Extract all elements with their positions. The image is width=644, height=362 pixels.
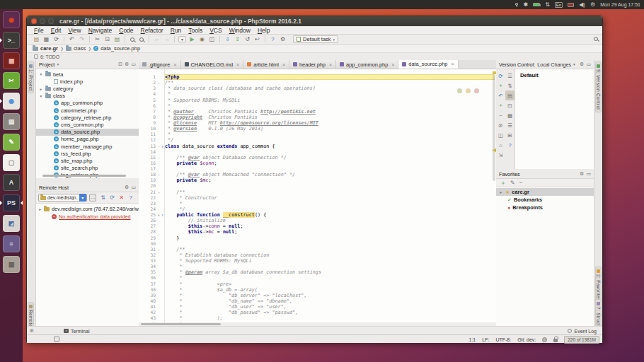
close-icon[interactable]: × bbox=[391, 62, 394, 67]
background-tasks-icon[interactable] bbox=[54, 337, 59, 341]
menu-window[interactable]: Window bbox=[226, 27, 253, 34]
add-icon[interactable]: ＋ bbox=[500, 179, 506, 187]
network-traffic-icon[interactable]: ⇅ bbox=[545, 1, 550, 8]
window-titlebar[interactable]: care.gr - [/data/projects/www/care.gr] -… bbox=[27, 16, 602, 26]
chevron-down-icon[interactable]: ▾ bbox=[39, 72, 43, 76]
code-line[interactable]: * bbox=[165, 275, 495, 281]
browser-launcher[interactable]: ◉ bbox=[3, 93, 20, 110]
browse-button[interactable]: ⋯ bbox=[89, 194, 96, 202]
undo-icon[interactable]: ↶ bbox=[68, 36, 76, 42]
menu-view[interactable]: View bbox=[65, 27, 84, 34]
code-line[interactable]: * bbox=[165, 201, 495, 206]
code-line[interactable]: * @version 0.1.0 (26 May 2013) bbox=[165, 126, 495, 132]
fold-marker[interactable]: − bbox=[158, 155, 160, 160]
editor-tab[interactable]: article.html× bbox=[243, 60, 289, 69]
vcs-commit-icon[interactable]: ⇧ bbox=[234, 36, 241, 42]
app-indicator-icon[interactable]: ✱ bbox=[523, 1, 528, 8]
window-close-button[interactable] bbox=[31, 18, 37, 24]
changelist-default[interactable]: Default bbox=[515, 69, 594, 78]
forward-icon[interactable]: → bbox=[163, 36, 171, 42]
favorites-item[interactable]: ●Breakpoints bbox=[496, 204, 594, 211]
ignore-icon[interactable]: ⊘ bbox=[496, 120, 505, 130]
menu-code[interactable]: Code bbox=[116, 27, 136, 34]
menu-refactor[interactable]: Refactor bbox=[138, 27, 166, 34]
chevron-down-icon[interactable]: ▾ bbox=[57, 62, 59, 66]
code-line[interactable]: * @license MIT http://opensource.org/lic… bbox=[165, 120, 495, 126]
gutter-method-icon[interactable]: ↓ bbox=[158, 212, 160, 218]
synchronize-icon[interactable]: ⟳ bbox=[52, 36, 60, 42]
project-tree-item[interactable]: ▾beta bbox=[36, 71, 139, 78]
help-icon[interactable]: ? bbox=[127, 194, 134, 201]
editor-vscrollbar[interactable] bbox=[493, 75, 495, 181]
breadcrumb-item[interactable]: care.gr bbox=[33, 45, 58, 52]
text-editor-launcher[interactable]: ✎ bbox=[3, 134, 20, 151]
revert-icon[interactable]: ↶ bbox=[496, 90, 505, 100]
code-line[interactable]: * @copyright Christos Pontikis bbox=[165, 115, 495, 120]
software-launcher[interactable]: ▥ bbox=[3, 256, 20, 273]
favorites-item[interactable]: ▸★care.gr bbox=[496, 188, 594, 196]
screenshare-icon[interactable] bbox=[568, 3, 574, 7]
copy-icon[interactable]: ⊡ bbox=[505, 100, 514, 110]
caret-position[interactable]: 1:1 bbox=[469, 337, 476, 342]
expand-icon[interactable]: ⇅ bbox=[505, 81, 514, 90]
coverage-icon[interactable]: ◫ bbox=[208, 36, 216, 42]
editor-tab[interactable]: CHANGELOG.md× bbox=[181, 60, 244, 69]
preview-diff-icon[interactable]: ▤ bbox=[505, 90, 514, 100]
close-icon[interactable]: ✕ bbox=[118, 194, 125, 201]
save-all-icon[interactable]: ▦ bbox=[42, 36, 50, 42]
code-line[interactable]: * bbox=[165, 264, 495, 269]
code-line[interactable]: */ bbox=[165, 137, 495, 143]
editor-tab[interactable]: app_common.php× bbox=[336, 60, 398, 69]
project-tree-item[interactable]: csite_map.php bbox=[36, 157, 139, 164]
project-tree-item[interactable]: ccms_common.php bbox=[36, 121, 139, 128]
updown-icon[interactable]: ⇅ bbox=[100, 194, 107, 201]
remote-server-combo[interactable]: dev.medisign. ▾ bbox=[38, 194, 87, 202]
window-minimize-button[interactable] bbox=[40, 18, 45, 24]
code-line[interactable]: * Supported RDBMS: MySQLi bbox=[165, 258, 495, 264]
code-line[interactable]: } bbox=[165, 235, 495, 241]
editor[interactable]: 12−345678910111213−↑1415−161718−192021−2… bbox=[139, 69, 496, 322]
details-icon[interactable]: ☰ bbox=[505, 120, 514, 130]
code-line[interactable]: * bbox=[165, 103, 495, 109]
location-icon[interactable] bbox=[515, 3, 518, 7]
paste-icon[interactable]: ▤ bbox=[113, 36, 121, 42]
run-icon[interactable]: ▶ bbox=[188, 36, 196, 42]
breadcrumb-item[interactable]: class bbox=[66, 45, 86, 52]
code-line[interactable]: * @param array $a_db database connection… bbox=[165, 269, 495, 275]
toolwindow-switcher-icon[interactable]: ⊞ bbox=[30, 328, 34, 334]
code-line[interactable]: * "db_name" => "dbname", bbox=[165, 298, 495, 304]
commit-icon[interactable]: ⊞ bbox=[505, 130, 514, 140]
move-icon[interactable]: ⇲ bbox=[496, 150, 505, 160]
battery-icon[interactable] bbox=[533, 3, 540, 6]
editor-tab[interactable]: .gitignore× bbox=[139, 60, 181, 69]
help-icon[interactable]: ? bbox=[505, 140, 514, 150]
chevron-down-icon[interactable]: ▾ bbox=[39, 94, 43, 98]
gutter-method-icon[interactable]: ↑ bbox=[161, 144, 163, 149]
editor-tab[interactable]: header.php× bbox=[289, 60, 336, 69]
close-icon[interactable]: × bbox=[173, 62, 176, 67]
fold-marker[interactable]: − bbox=[158, 172, 160, 177]
refresh-icon[interactable]: ⟳ bbox=[109, 194, 116, 201]
code-line[interactable]: /** bbox=[165, 247, 495, 252]
project-tree-item[interactable]: ccalorimeter.php bbox=[36, 107, 139, 114]
close-icon[interactable]: × bbox=[329, 62, 332, 67]
version-control-header[interactable]: Version Control: Local Changes ▾ ⚙ ▭ bbox=[496, 60, 594, 69]
chevron-right-icon[interactable]: ▸ bbox=[39, 87, 43, 91]
copy-icon[interactable]: ⊡ bbox=[103, 36, 111, 42]
project-tree-item[interactable]: capp_common.php bbox=[36, 100, 139, 107]
code-line[interactable]: * ); bbox=[165, 315, 495, 321]
settings-icon[interactable]: ⚙ bbox=[279, 36, 287, 42]
window-maximize-button[interactable] bbox=[48, 18, 54, 24]
shelve-icon[interactable]: ◫ bbox=[496, 130, 505, 140]
remove-icon[interactable]: − bbox=[519, 180, 523, 186]
code-line[interactable]: * Constructor bbox=[165, 195, 495, 201]
code-line[interactable]: * @author Christos Pontikis http://ponti… bbox=[165, 109, 495, 115]
settings-icon[interactable]: ⚙ bbox=[580, 171, 584, 177]
code-line[interactable]: private $conn; bbox=[165, 160, 495, 166]
vcs-history-icon[interactable]: ↺ bbox=[243, 36, 251, 42]
settings-icon[interactable]: ⚙ bbox=[580, 62, 584, 67]
hide-panel-icon[interactable]: ▭ bbox=[131, 62, 136, 67]
terminal-launcher[interactable]: >_ bbox=[3, 32, 20, 49]
clock[interactable]: Mon 29 Aug 17:51 bbox=[600, 2, 640, 7]
code-line[interactable] bbox=[165, 183, 495, 189]
